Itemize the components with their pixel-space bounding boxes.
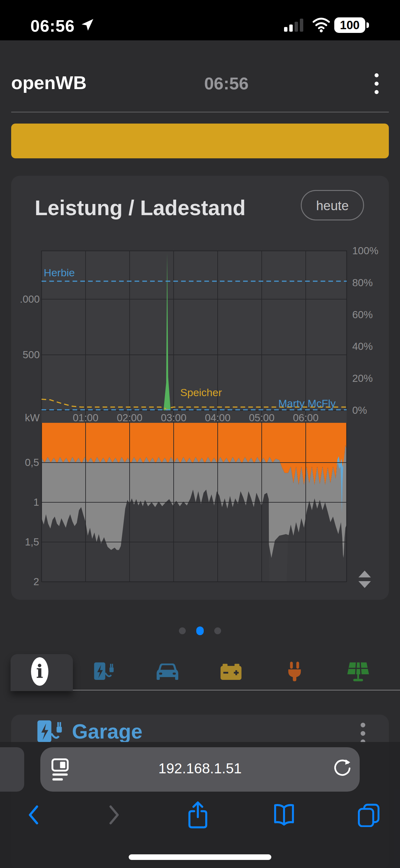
- power-soc-chart[interactable]: HerbieSpeicherMarty McFly1.000500100%80%…: [20, 242, 389, 593]
- status-time: 06:56: [30, 16, 75, 35]
- charging-station-icon: [94, 662, 114, 680]
- range-button[interactable]: heute: [301, 190, 364, 220]
- tab-chargepoints[interactable]: [93, 660, 115, 683]
- tab-plug[interactable]: [284, 660, 306, 683]
- svg-text:Speicher: Speicher: [180, 386, 222, 398]
- solar-panel-icon: [347, 662, 369, 681]
- svg-text:03:00: 03:00: [161, 412, 187, 424]
- charging-station-icon: [35, 718, 65, 746]
- tab-pv[interactable]: [347, 660, 369, 683]
- svg-text:04:00: 04:00: [205, 412, 231, 424]
- svg-text:06:00: 06:00: [293, 412, 319, 424]
- tab-vehicles[interactable]: [156, 660, 178, 683]
- svg-text:1: 1: [33, 496, 39, 508]
- url-text[interactable]: 192.168.1.51: [102, 760, 298, 777]
- previous-tab-edge[interactable]: [0, 747, 24, 792]
- chart-resize-arrows[interactable]: [359, 570, 371, 588]
- svg-text:kW: kW: [25, 412, 40, 424]
- svg-text:01:00: 01:00: [73, 412, 99, 424]
- iphone-screen: 06:56 100 openWB 06:56: [0, 0, 400, 868]
- svg-text:Marty McFly: Marty McFly: [278, 397, 335, 409]
- battery-icon: 100: [334, 18, 365, 33]
- wifi-icon: [312, 17, 330, 33]
- tab-divider: [73, 690, 400, 690]
- svg-text:1,5: 1,5: [25, 536, 39, 548]
- svg-text:1.000: 1.000: [20, 293, 40, 305]
- battery-nub: [367, 22, 369, 28]
- chart-title: Leistung / Ladestand: [35, 195, 245, 220]
- device-card-title: Garage: [72, 720, 142, 743]
- svg-text:05:00: 05:00: [249, 412, 275, 424]
- chargepoint-bar[interactable]: Garage PV ( ): [11, 124, 389, 158]
- forward-icon[interactable]: [105, 805, 124, 825]
- svg-text:Herbie: Herbie: [44, 267, 75, 278]
- svg-text:500: 500: [23, 349, 40, 361]
- svg-text:2: 2: [33, 576, 39, 587]
- svg-text:0%: 0%: [352, 404, 367, 416]
- cellular-signal-icon: [284, 18, 308, 32]
- tab-battery[interactable]: [220, 660, 242, 683]
- carousel-dot-active[interactable]: [196, 626, 204, 635]
- carousel-dot[interactable]: [214, 627, 221, 634]
- info-icon: i: [31, 657, 48, 686]
- svg-text:100%: 100%: [352, 245, 378, 256]
- plug-icon: [288, 662, 301, 681]
- bookmarks-icon[interactable]: [272, 803, 296, 827]
- location-arrow-icon: [80, 18, 94, 32]
- tabs-icon[interactable]: [357, 803, 381, 827]
- carousel-dot[interactable]: [179, 627, 186, 634]
- car-icon: [157, 663, 178, 680]
- home-indicator[interactable]: [129, 854, 271, 860]
- header-divider: [11, 112, 389, 113]
- svg-text:0,5: 0,5: [25, 457, 39, 468]
- app-brand[interactable]: openWB: [11, 72, 87, 93]
- svg-text:20%: 20%: [352, 373, 373, 384]
- page-icon[interactable]: [51, 758, 70, 782]
- car-battery-icon: [221, 664, 241, 680]
- reload-icon[interactable]: [332, 757, 353, 780]
- carousel-dots: [0, 625, 400, 637]
- battery-percent: 100: [340, 19, 359, 32]
- svg-text:40%: 40%: [352, 341, 373, 352]
- app-clock: 06:56: [195, 73, 257, 93]
- share-icon[interactable]: [186, 801, 210, 830]
- svg-text:02:00: 02:00: [117, 412, 143, 424]
- ios-status-bar: 06:56 100: [0, 0, 400, 40]
- kebab-menu-icon[interactable]: [371, 69, 382, 99]
- back-icon[interactable]: [24, 805, 42, 825]
- svg-text:80%: 80%: [352, 277, 373, 288]
- svg-text:60%: 60%: [352, 309, 373, 320]
